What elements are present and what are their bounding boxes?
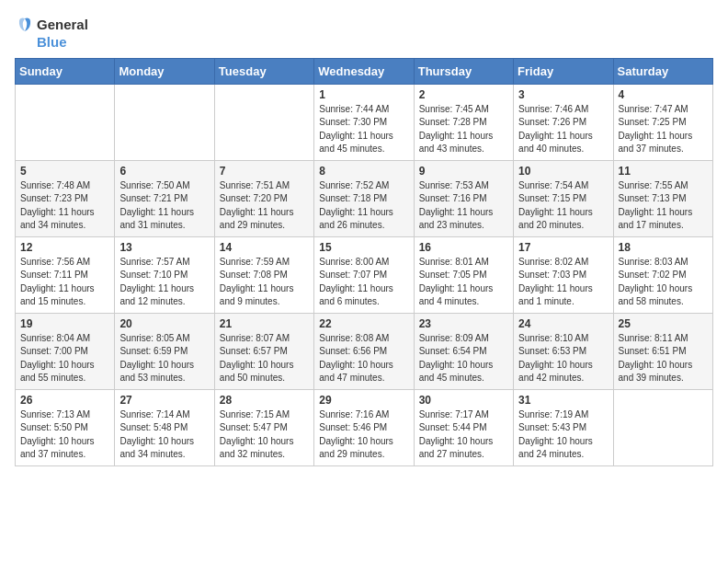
day-number: 19 (20, 317, 109, 330)
cell-content: Sunrise: 7:45 AM Sunset: 7:28 PM Dayligh… (419, 103, 508, 156)
cell-content: Sunrise: 7:52 AM Sunset: 7:18 PM Dayligh… (319, 179, 408, 233)
day-number: 20 (119, 317, 209, 330)
cell-content: Sunrise: 8:05 AM Sunset: 6:59 PM Dayligh… (119, 332, 209, 385)
calendar-cell: 27Sunrise: 7:14 AM Sunset: 5:48 PM Dayli… (115, 389, 214, 465)
logo-container: General Blue (15, 15, 88, 51)
day-number: 8 (319, 165, 408, 178)
day-number: 12 (20, 241, 109, 254)
calendar-cell: 18Sunrise: 8:03 AM Sunset: 7:02 PM Dayli… (613, 236, 712, 313)
calendar-cell: 7Sunrise: 7:51 AM Sunset: 7:20 PM Daylig… (214, 160, 313, 236)
day-number: 15 (319, 241, 408, 254)
calendar-cell: 30Sunrise: 7:17 AM Sunset: 5:44 PM Dayli… (414, 389, 513, 465)
calendar-week-4: 19Sunrise: 8:04 AM Sunset: 7:00 PM Dayli… (16, 313, 713, 389)
day-number: 23 (419, 317, 508, 330)
cell-content: Sunrise: 8:07 AM Sunset: 6:57 PM Dayligh… (220, 332, 309, 385)
day-number: 24 (518, 317, 608, 330)
cell-content: Sunrise: 7:46 AM Sunset: 7:26 PM Dayligh… (518, 103, 608, 156)
cell-content: Sunrise: 7:59 AM Sunset: 7:08 PM Dayligh… (220, 256, 309, 309)
cell-content: Sunrise: 8:02 AM Sunset: 7:03 PM Dayligh… (518, 256, 608, 309)
day-number: 22 (319, 317, 408, 330)
calendar-cell: 24Sunrise: 8:10 AM Sunset: 6:53 PM Dayli… (514, 313, 613, 389)
cell-content: Sunrise: 7:57 AM Sunset: 7:10 PM Dayligh… (119, 256, 209, 309)
weekday-header-friday: Friday (514, 58, 613, 84)
cell-content: Sunrise: 8:03 AM Sunset: 7:02 PM Dayligh… (619, 256, 708, 309)
logo-blue-text: Blue (37, 35, 88, 51)
calendar-cell: 31Sunrise: 7:19 AM Sunset: 5:43 PM Dayli… (514, 389, 613, 465)
cell-content: Sunrise: 7:17 AM Sunset: 5:44 PM Dayligh… (419, 408, 508, 462)
day-number: 16 (419, 241, 508, 254)
calendar-cell: 5Sunrise: 7:48 AM Sunset: 7:23 PM Daylig… (16, 160, 115, 236)
weekday-header-sunday: Sunday (16, 58, 115, 84)
day-number: 26 (20, 394, 109, 407)
day-number: 21 (220, 317, 309, 330)
cell-content: Sunrise: 7:54 AM Sunset: 7:15 PM Dayligh… (518, 179, 608, 233)
calendar-cell (115, 84, 214, 160)
cell-content: Sunrise: 7:44 AM Sunset: 7:30 PM Dayligh… (319, 103, 408, 156)
calendar-cell (16, 84, 115, 160)
calendar-week-1: 1Sunrise: 7:44 AM Sunset: 7:30 PM Daylig… (16, 84, 713, 160)
calendar-cell: 4Sunrise: 7:47 AM Sunset: 7:25 PM Daylig… (613, 84, 712, 160)
weekday-header-row: SundayMondayTuesdayWednesdayThursdayFrid… (16, 58, 713, 84)
cell-content: Sunrise: 7:48 AM Sunset: 7:23 PM Dayligh… (20, 179, 109, 233)
weekday-header-thursday: Thursday (414, 58, 513, 84)
day-number: 3 (518, 88, 608, 101)
calendar-cell: 23Sunrise: 8:09 AM Sunset: 6:54 PM Dayli… (414, 313, 513, 389)
calendar-cell: 29Sunrise: 7:16 AM Sunset: 5:46 PM Dayli… (314, 389, 414, 465)
weekday-header-wednesday: Wednesday (314, 58, 414, 84)
calendar-cell: 16Sunrise: 8:01 AM Sunset: 7:05 PM Dayli… (414, 236, 513, 313)
cell-content: Sunrise: 7:13 AM Sunset: 5:50 PM Dayligh… (20, 408, 109, 462)
cell-content: Sunrise: 7:53 AM Sunset: 7:16 PM Dayligh… (419, 179, 508, 233)
calendar-cell: 14Sunrise: 7:59 AM Sunset: 7:08 PM Dayli… (214, 236, 313, 313)
calendar-cell: 15Sunrise: 8:00 AM Sunset: 7:07 PM Dayli… (314, 236, 414, 313)
calendar-cell: 3Sunrise: 7:46 AM Sunset: 7:26 PM Daylig… (514, 84, 613, 160)
cell-content: Sunrise: 7:19 AM Sunset: 5:43 PM Dayligh… (518, 408, 608, 462)
cell-content: Sunrise: 7:14 AM Sunset: 5:48 PM Dayligh… (119, 408, 209, 462)
day-number: 17 (518, 241, 608, 254)
calendar-table: SundayMondayTuesdayWednesdayThursdayFrid… (15, 58, 713, 466)
day-number: 30 (419, 394, 508, 407)
weekday-header-monday: Monday (115, 58, 214, 84)
calendar-cell: 6Sunrise: 7:50 AM Sunset: 7:21 PM Daylig… (115, 160, 214, 236)
cell-content: Sunrise: 7:51 AM Sunset: 7:20 PM Dayligh… (220, 179, 309, 233)
cell-content: Sunrise: 8:04 AM Sunset: 7:00 PM Dayligh… (20, 332, 109, 385)
calendar-cell: 28Sunrise: 7:15 AM Sunset: 5:47 PM Dayli… (214, 389, 313, 465)
calendar-cell: 9Sunrise: 7:53 AM Sunset: 7:16 PM Daylig… (414, 160, 513, 236)
calendar-cell: 21Sunrise: 8:07 AM Sunset: 6:57 PM Dayli… (214, 313, 313, 389)
calendar-cell (613, 389, 712, 465)
cell-content: Sunrise: 8:08 AM Sunset: 6:56 PM Dayligh… (319, 332, 408, 385)
weekday-header-saturday: Saturday (613, 58, 712, 84)
calendar-cell: 22Sunrise: 8:08 AM Sunset: 6:56 PM Dayli… (314, 313, 414, 389)
page-header: General Blue (15, 15, 713, 51)
day-number: 28 (220, 394, 309, 407)
calendar-cell: 19Sunrise: 8:04 AM Sunset: 7:00 PM Dayli… (16, 313, 115, 389)
calendar-week-5: 26Sunrise: 7:13 AM Sunset: 5:50 PM Dayli… (16, 389, 713, 465)
calendar-cell: 26Sunrise: 7:13 AM Sunset: 5:50 PM Dayli… (16, 389, 115, 465)
logo-general-text: General (37, 17, 88, 33)
day-number: 7 (220, 165, 309, 178)
calendar-cell: 2Sunrise: 7:45 AM Sunset: 7:28 PM Daylig… (414, 84, 513, 160)
logo: General Blue (15, 15, 88, 51)
cell-content: Sunrise: 8:11 AM Sunset: 6:51 PM Dayligh… (619, 332, 708, 385)
cell-content: Sunrise: 8:00 AM Sunset: 7:07 PM Dayligh… (319, 256, 408, 309)
day-number: 25 (619, 317, 708, 330)
calendar-cell (214, 84, 313, 160)
cell-content: Sunrise: 7:56 AM Sunset: 7:11 PM Dayligh… (20, 256, 109, 309)
cell-content: Sunrise: 7:15 AM Sunset: 5:47 PM Dayligh… (220, 408, 309, 462)
day-number: 1 (319, 88, 408, 101)
calendar-cell: 11Sunrise: 7:55 AM Sunset: 7:13 PM Dayli… (613, 160, 712, 236)
day-number: 27 (119, 394, 209, 407)
calendar-cell: 20Sunrise: 8:05 AM Sunset: 6:59 PM Dayli… (115, 313, 214, 389)
cell-content: Sunrise: 7:16 AM Sunset: 5:46 PM Dayligh… (319, 408, 408, 462)
day-number: 9 (419, 165, 508, 178)
calendar-week-2: 5Sunrise: 7:48 AM Sunset: 7:23 PM Daylig… (16, 160, 713, 236)
day-number: 4 (619, 88, 708, 101)
day-number: 11 (619, 165, 708, 178)
cell-content: Sunrise: 7:55 AM Sunset: 7:13 PM Dayligh… (619, 179, 708, 233)
day-number: 31 (518, 394, 608, 407)
cell-content: Sunrise: 7:47 AM Sunset: 7:25 PM Dayligh… (619, 103, 708, 156)
day-number: 13 (119, 241, 209, 254)
calendar-cell: 12Sunrise: 7:56 AM Sunset: 7:11 PM Dayli… (16, 236, 115, 313)
weekday-header-tuesday: Tuesday (214, 58, 313, 84)
day-number: 10 (518, 165, 608, 178)
cell-content: Sunrise: 8:01 AM Sunset: 7:05 PM Dayligh… (419, 256, 508, 309)
